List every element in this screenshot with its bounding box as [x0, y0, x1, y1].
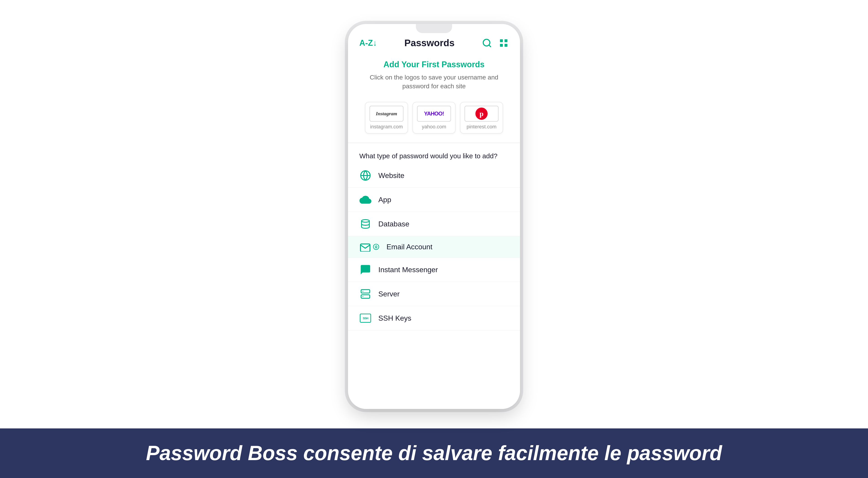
yahoo-domain: yahoo.com: [422, 124, 446, 130]
search-icon[interactable]: [482, 38, 492, 48]
ssh-keys-label: SSH Keys: [378, 314, 411, 323]
website-label: Website: [378, 171, 404, 180]
menu-item-ssh-keys[interactable]: SSH SSH Keys: [348, 306, 520, 330]
instant-messenger-label: Instant Messenger: [378, 266, 438, 274]
logo-grid: Instagram instagram.com YAHOO! yahoo.com…: [348, 97, 520, 138]
svg-rect-5: [505, 44, 507, 47]
add-passwords-title: Add Your First Passwords: [359, 60, 509, 69]
email-icons-group: [359, 242, 380, 251]
email-account-label: Email Account: [386, 243, 432, 251]
yahoo-logo-card[interactable]: YAHOO! yahoo.com: [412, 102, 456, 133]
menu-item-email-account[interactable]: Email Account: [348, 236, 520, 258]
database-label: Database: [378, 220, 409, 228]
svg-point-8: [362, 220, 370, 222]
database-icon: [359, 218, 372, 230]
bottom-banner: Password Boss consente di salvare facilm…: [0, 428, 868, 478]
cloud-icon: [359, 193, 372, 206]
pinterest-logo-card[interactable]: p pinterest.com: [460, 102, 503, 133]
bottom-banner-text: Password Boss consente di salvare facilm…: [146, 442, 722, 465]
divider: [348, 143, 520, 143]
svg-rect-3: [505, 39, 507, 42]
messenger-icon: [359, 264, 372, 276]
menu-item-app[interactable]: App: [348, 188, 520, 212]
phone-notch: [416, 24, 452, 33]
svg-rect-4: [500, 44, 503, 47]
instagram-domain: instagram.com: [370, 124, 403, 130]
add-passwords-subtitle: Click on the logos to save your username…: [359, 73, 509, 91]
yahoo-brand-logo: YAHOO!: [417, 106, 451, 122]
menu-item-website[interactable]: Website: [348, 163, 520, 188]
svg-rect-2: [500, 39, 503, 42]
grid-view-icon[interactable]: [499, 38, 509, 48]
pinterest-domain: pinterest.com: [467, 124, 496, 130]
svg-line-1: [489, 45, 491, 47]
phone-screen: A-Z↓ Passwords: [348, 24, 520, 409]
server-icon: [359, 288, 372, 300]
menu-item-database[interactable]: Database: [348, 212, 520, 236]
menu-list: Website App: [348, 163, 520, 409]
server-label: Server: [378, 290, 400, 298]
sort-button[interactable]: A-Z↓: [359, 38, 377, 48]
menu-item-instant-messenger[interactable]: Instant Messenger: [348, 258, 520, 282]
globe-icon: [359, 169, 372, 182]
ssh-icon: SSH: [359, 312, 372, 324]
pinterest-brand-logo: p: [465, 106, 498, 122]
instagram-brand-logo: Instagram: [370, 106, 403, 122]
password-type-question: What type of password would you like to …: [348, 145, 520, 163]
menu-item-server[interactable]: Server: [348, 282, 520, 306]
instagram-logo-card[interactable]: Instagram instagram.com: [365, 102, 408, 133]
pinterest-p-icon: p: [475, 108, 488, 120]
phone-mockup: A-Z↓ Passwords: [348, 24, 520, 409]
app-label: App: [378, 196, 391, 204]
screen-title: Passwords: [404, 38, 455, 49]
top-bar-icons: [482, 38, 509, 48]
main-area: A-Z↓ Passwords: [0, 0, 868, 428]
add-passwords-section: Add Your First Passwords Click on the lo…: [348, 53, 520, 97]
